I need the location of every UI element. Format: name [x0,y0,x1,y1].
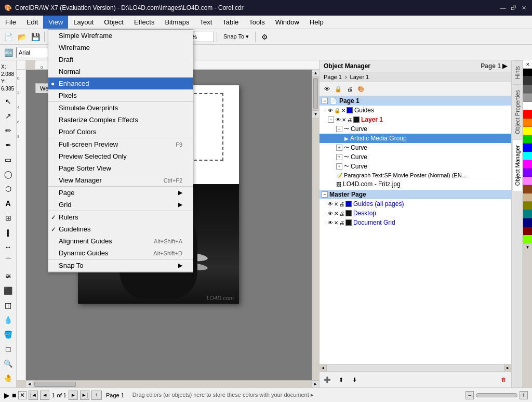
curve4-expand[interactable]: + [336,163,342,170]
palette-red[interactable] [523,110,532,119]
palette-none[interactable]: ✕ [523,60,532,69]
palette-navy[interactable] [523,218,532,227]
page-prev-btn[interactable]: ◄ [40,391,49,400]
smart-draw-tool[interactable]: ✒ [2,138,15,152]
menu-page-sub[interactable]: Page ▶ [48,187,193,199]
palette-tan[interactable] [523,193,532,202]
palette-white[interactable] [523,102,532,110]
menu-grid-sub[interactable]: Grid ▶ [48,199,193,211]
palette-olive[interactable] [523,202,532,210]
menu-draft[interactable]: Draft [48,54,193,66]
menu-edit[interactable]: Edit [21,16,43,29]
obj-hscroll[interactable]: ◄ ► [320,364,511,371]
menu-normal[interactable]: Normal [48,66,193,77]
menu-tools[interactable]: Tools [244,16,270,29]
text-tool[interactable]: A [2,197,15,210]
menu-page-sorter[interactable]: Page Sorter View [48,162,193,174]
menu-wireframe[interactable]: Wireframe [48,42,193,54]
tree-layer1[interactable]: − 👁 ✕ 🖨 Layer 1 [320,115,511,124]
tab-obj-properties[interactable]: Object Properties [513,84,522,139]
page-next-btn[interactable]: ► [69,391,78,400]
menu-pixels[interactable]: Pixels [48,89,193,101]
page-nav-tools[interactable]: ▶ [4,391,10,399]
obj-color-btn[interactable]: 🎨 [356,84,366,94]
menu-enhanced[interactable]: ● Enhanced [48,77,193,89]
obj-delete[interactable]: 🗑 [498,374,509,385]
snap-btn[interactable]: Snap To ▾ [220,31,252,43]
menu-proof-colors[interactable]: Proof Colors [48,126,193,138]
palette-maroon[interactable] [523,227,532,235]
palette-brown[interactable] [523,185,532,193]
zoom-in-btn[interactable]: + [520,391,528,399]
tree-artistic-media[interactable]: ▶ Artistic Media Group [320,134,511,143]
palette-black[interactable] [523,69,532,77]
palette-scroll-down[interactable]: ▼ [523,243,532,251]
page-last-btn[interactable]: ►| [80,391,89,400]
zoom-slider[interactable] [476,393,517,397]
palette-blue[interactable] [523,144,532,152]
blend-tool[interactable]: ≋ [2,269,15,283]
tree-desktop[interactable]: 👁 ✕ 🖨 Desktop [320,209,511,218]
palette-orange[interactable] [523,119,532,127]
options-btn[interactable]: ⚙ [258,31,271,43]
hscroll-thumb[interactable] [34,382,76,387]
curve1-expand[interactable]: − [336,126,342,132]
dimension-tool[interactable]: ↔ [2,240,15,254]
hscroll-right-btn[interactable]: ► [312,381,319,388]
hscrollbar[interactable]: ◄ ► [26,380,319,387]
palette-lime[interactable] [523,235,532,243]
obj-hscroll-left[interactable]: ◄ [320,365,327,372]
menu-text[interactable]: Text [194,16,217,29]
menu-dynamic-guides[interactable]: Dynamic Guides Alt+Shift+D [48,247,193,259]
eyedropper-tool[interactable]: 💧 [2,313,15,327]
palette-purple[interactable] [523,168,532,177]
page-nav-close[interactable]: ✕ [18,391,26,399]
obj-move-down[interactable]: ⬇ [349,374,360,385]
tree-guides-all[interactable]: 👁 ✕ 🖨 Guides (all pages) [320,199,511,209]
tab-obj-manager[interactable]: Object Manager [513,139,522,191]
polygon-tool[interactable]: ⬡ [2,182,15,196]
tree-paragraph-text[interactable]: 📝 Paragraph Text:SF Movie Poster (Normal… [320,171,511,179]
vscrollbar[interactable]: ▲ ▼ [312,70,319,380]
extrude-tool[interactable]: ⬛ [2,284,15,297]
connector-tool[interactable]: ⌒ [2,255,15,268]
palette-cyan[interactable] [523,152,532,160]
parallel-tool[interactable]: ∥ [2,226,15,239]
new-btn[interactable]: 📄 [2,31,15,43]
obj-add-layer[interactable]: ➕ [322,374,333,385]
palette-yellow[interactable] [523,127,532,135]
menu-file[interactable]: File [0,16,21,29]
subselect-tool[interactable]: ↗ [2,109,15,123]
outline-tool[interactable]: ◻ [2,342,15,356]
obj-hscroll-right[interactable]: ► [504,365,511,372]
menu-object[interactable]: Object [99,16,129,29]
obj-lock-btn[interactable]: 🔒 [333,84,343,94]
menu-rasterize[interactable]: Rasterize Complex Effects [48,114,193,126]
vscroll-thumb[interactable] [313,78,318,109]
palette-green[interactable] [523,135,532,144]
minimize-button[interactable]: — [499,4,507,12]
menu-help[interactable]: Help [304,16,329,29]
fill-tool[interactable]: 🪣 [2,328,15,341]
restore-button[interactable]: 🗗 [509,4,517,12]
menu-simple-wireframe[interactable]: Simple Wireframe [48,30,193,42]
close-button[interactable]: ✕ [520,4,528,12]
freehand-tool[interactable]: ✏ [2,124,15,137]
obj-print-btn[interactable]: 🖨 [344,84,355,94]
page1-expand[interactable]: − [322,98,328,104]
zoom-out-btn[interactable]: − [466,391,474,399]
scroll-up-btn[interactable]: ▲ [312,70,319,77]
palette-darkgray[interactable] [523,77,532,85]
zoom-tool[interactable]: 🔍 [2,357,15,370]
tree-page1[interactable]: − 📄 Page 1 [320,96,511,106]
tree-curve2[interactable]: + 〜 Curve [320,143,511,152]
menu-snap-to[interactable]: Snap To ▶ [48,260,193,271]
curve2-expand[interactable]: + [336,145,342,151]
menu-simulate-overprints[interactable]: Simulate Overprints [48,102,193,114]
menu-rulers[interactable]: ✓ Rulers [48,211,193,223]
tree-docgrid[interactable]: 👁 ✕ 🖨 Document Grid [320,218,511,227]
obj-move-up[interactable]: ⬆ [335,374,347,385]
hand-tool[interactable]: 🤚 [2,371,15,385]
tree-curve1[interactable]: − 〜 Curve [320,124,511,134]
obj-manager-arrow[interactable]: ▶ [502,62,507,70]
